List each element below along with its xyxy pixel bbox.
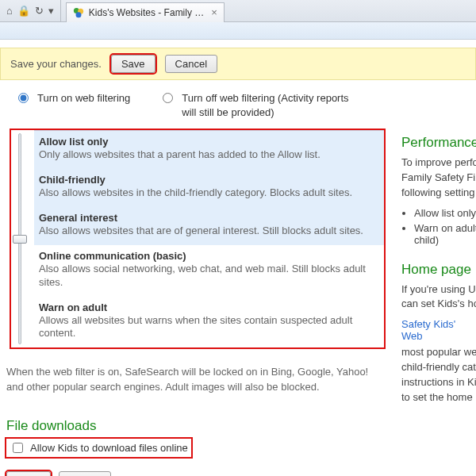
perf-item-1: Allow list only bbox=[414, 207, 476, 219]
chrome-controls: ⌂ 🔒 ↻ ▾ bbox=[3, 0, 61, 21]
safety-kids-link[interactable]: Safety Kids' Web bbox=[401, 318, 455, 342]
level-desc: Also allows websites that are of general… bbox=[39, 225, 376, 238]
radio-turn-off[interactable]: Turn off web filtering (Activity reports… bbox=[159, 91, 365, 119]
home-text-2: most popular wechild-friendly catinstruc… bbox=[401, 345, 476, 405]
level-desc: Only allows websites that a parent has a… bbox=[39, 148, 376, 162]
sidebar: Performance To improve perfoFamily Safet… bbox=[401, 135, 476, 412]
filter-toggle-group: Turn on web filtering Turn off web filte… bbox=[14, 91, 476, 119]
perf-item-2: Warn on adultchild) bbox=[414, 222, 476, 246]
close-icon[interactable]: × bbox=[211, 6, 217, 18]
cancel-button-bottom[interactable]: Cancel bbox=[59, 471, 111, 476]
tab-favicon bbox=[73, 7, 84, 18]
radio-turn-on[interactable]: Turn on web filtering bbox=[14, 91, 130, 119]
perf-text: To improve perfoFamily Safety Filtfollow… bbox=[401, 155, 476, 201]
browser-tab-bar: ⌂ 🔒 ↻ ▾ Kids's Websites - Family Sa... × bbox=[0, 0, 476, 22]
level-list: Allow list onlyOnly allows websites that… bbox=[34, 130, 384, 347]
save-button-top[interactable]: Save bbox=[111, 55, 155, 73]
dropdown-icon[interactable]: ▾ bbox=[48, 5, 54, 17]
radio-turn-off-label: Turn off web filtering (Activity reports… bbox=[182, 91, 365, 119]
perf-heading: Performance bbox=[401, 135, 476, 151]
level-4[interactable]: Warn on adultAllows all websites but war… bbox=[34, 297, 384, 348]
cancel-button-top[interactable]: Cancel bbox=[165, 55, 217, 73]
slider-thumb[interactable] bbox=[13, 235, 27, 244]
level-0[interactable]: Allow list onlyOnly allows websites that… bbox=[34, 131, 384, 169]
save-button-bottom[interactable]: Save bbox=[6, 471, 51, 476]
level-desc: Allows all websites but warns when the s… bbox=[39, 314, 376, 341]
downloads-heading: File downloads bbox=[6, 418, 476, 434]
level-slider[interactable] bbox=[11, 130, 29, 347]
unsaved-changes-bar: Save your changes. Save Cancel bbox=[0, 48, 476, 80]
home-icon[interactable]: ⌂ bbox=[6, 5, 13, 17]
browser-subbar bbox=[0, 22, 476, 40]
home-text-1: If you're using Ucan set Kids's ho bbox=[401, 282, 476, 313]
lock-icon[interactable]: 🔒 bbox=[17, 5, 30, 17]
level-desc: Also allows websites in the child-friend… bbox=[39, 186, 376, 200]
unsaved-message: Save your changes. bbox=[10, 58, 102, 70]
level-2[interactable]: General interestAlso allows websites tha… bbox=[34, 207, 384, 245]
level-title: Online communication (basic) bbox=[39, 250, 376, 262]
safesearch-note: When the web filter is on, SafeSearch wi… bbox=[6, 365, 371, 393]
level-desc: Also allows social networking, web chat,… bbox=[39, 263, 376, 290]
allow-downloads-checkbox[interactable] bbox=[13, 443, 23, 453]
level-title: Allow list only bbox=[39, 136, 376, 148]
level-3[interactable]: Online communication (basic)Also allows … bbox=[34, 245, 384, 297]
perf-list: Allow list only Warn on adultchild) bbox=[414, 207, 476, 246]
filter-level-control: Allow list onlyOnly allows websites that… bbox=[11, 130, 384, 347]
refresh-icon[interactable]: ↻ bbox=[35, 5, 44, 17]
radio-turn-off-input[interactable] bbox=[163, 93, 173, 103]
bottom-buttons: Save Cancel bbox=[6, 471, 476, 476]
allow-downloads-label: Allow Kids to download files online bbox=[30, 442, 188, 454]
radio-turn-on-label: Turn on web filtering bbox=[37, 91, 130, 106]
level-title: Child-friendly bbox=[39, 174, 376, 186]
level-title: General interest bbox=[39, 212, 376, 224]
radio-turn-on-input[interactable] bbox=[18, 93, 29, 103]
svg-point-2 bbox=[75, 12, 81, 17]
browser-tab[interactable]: Kids's Websites - Family Sa... × bbox=[66, 2, 225, 22]
allow-downloads-row[interactable]: Allow Kids to download files online bbox=[6, 439, 191, 457]
level-title: Warn on adult bbox=[39, 301, 376, 313]
tab-title: Kids's Websites - Family Sa... bbox=[89, 7, 206, 18]
home-heading: Home page bbox=[401, 262, 476, 278]
level-1[interactable]: Child-friendlyAlso allows websites in th… bbox=[34, 169, 384, 207]
